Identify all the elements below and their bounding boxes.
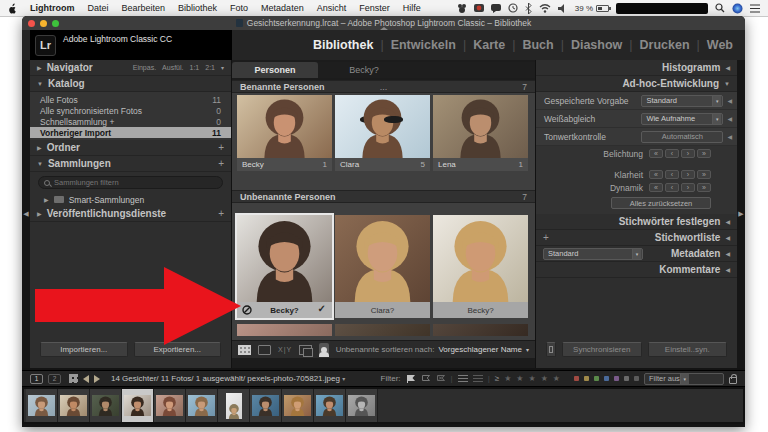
menu-metadaten[interactable]: Metadaten bbox=[261, 3, 304, 13]
camera-status-icon[interactable] bbox=[474, 3, 484, 13]
filmstrip-thumb-5[interactable] bbox=[154, 389, 186, 422]
reset-all-button[interactable]: Alles zurücksetzen bbox=[611, 197, 711, 209]
filmstrip-thumb-11[interactable] bbox=[346, 389, 378, 422]
second-window-button[interactable]: 2 bbox=[48, 374, 61, 384]
module-karte[interactable]: Karte bbox=[473, 38, 505, 52]
person-photo[interactable] bbox=[335, 95, 430, 158]
suggested-name[interactable]: Becky? bbox=[467, 306, 493, 315]
add-publish-service-button[interactable]: + bbox=[218, 208, 224, 219]
decrease-large-button[interactable] bbox=[649, 183, 663, 192]
menu-bibliothek[interactable]: Bibliothek bbox=[178, 3, 217, 13]
person-photo-partial[interactable] bbox=[335, 324, 430, 336]
module-bibliothek[interactable]: Bibliothek bbox=[313, 38, 373, 52]
named-people-header[interactable]: Benannte Personen ... 7 bbox=[232, 80, 535, 93]
menu-fenster[interactable]: Fenster bbox=[359, 3, 390, 13]
zoom-fit[interactable]: Einpas. bbox=[133, 64, 156, 71]
menu-hilfe[interactable]: Hilfe bbox=[403, 3, 421, 13]
chevron-down-icon[interactable]: ▾ bbox=[221, 64, 224, 71]
named-person-clara[interactable]: Clara 5 bbox=[335, 95, 430, 171]
increase-small-button[interactable] bbox=[681, 183, 695, 192]
filmstrip-track[interactable] bbox=[24, 389, 743, 422]
suggested-name[interactable]: Clara? bbox=[371, 306, 395, 315]
zoom-fill[interactable]: Ausfül. bbox=[162, 64, 183, 71]
menu-datei[interactable]: Datei bbox=[88, 3, 109, 13]
sammlungen-panel-header[interactable]: ▼ Sammlungen + bbox=[30, 156, 231, 172]
person-photo-partial[interactable] bbox=[237, 324, 332, 336]
survey-view-icon[interactable] bbox=[299, 344, 312, 356]
app-status-icon[interactable] bbox=[457, 3, 467, 13]
saved-preset-dropdown[interactable]: Standard ▾ bbox=[641, 95, 723, 107]
unnamed-person-becky2-suggestion[interactable]: Becky? bbox=[433, 215, 528, 318]
person-photo[interactable] bbox=[433, 215, 528, 302]
time-machine-icon[interactable] bbox=[508, 3, 518, 13]
apple-logo-icon[interactable] bbox=[8, 3, 17, 14]
grid-view-icon[interactable] bbox=[238, 344, 251, 356]
right-panel-collapse-strip[interactable]: ▶ bbox=[737, 60, 745, 368]
keyword-list-panel-header[interactable]: + Stichwortliste ◀ bbox=[536, 230, 737, 246]
edit-filter-alt-icon[interactable] bbox=[473, 375, 483, 383]
chevron-down-icon[interactable]: ▾ bbox=[526, 346, 529, 353]
person-name[interactable]: Clara bbox=[340, 160, 359, 169]
export-button[interactable]: Exportieren... bbox=[134, 342, 222, 357]
unnamed-person-becky-suggestion[interactable]: Becky? ✓ bbox=[237, 215, 332, 318]
battery-indicator[interactable]: 39 % bbox=[575, 4, 609, 13]
filmstrip-thumb-8[interactable] bbox=[250, 389, 282, 422]
wifi-icon[interactable] bbox=[539, 4, 551, 13]
filmstrip-thumb-1[interactable] bbox=[26, 389, 58, 422]
chevron-left-icon[interactable]: ◀ bbox=[727, 133, 732, 140]
bluetooth-icon[interactable] bbox=[525, 3, 532, 14]
sync-settings-button[interactable]: Einstell..syn. bbox=[648, 342, 728, 357]
selection-info-text[interactable]: 14 Gesichter/ 11 Fotos/ 1 ausgewählt/ pe… bbox=[111, 374, 345, 383]
increase-large-button[interactable] bbox=[697, 149, 711, 158]
more-options[interactable]: ... bbox=[232, 82, 535, 92]
filmstrip-thumb-4-selected[interactable] bbox=[122, 389, 154, 422]
person-photo-partial[interactable] bbox=[433, 324, 528, 336]
katalog-panel-header[interactable]: ▼ Katalog bbox=[30, 76, 231, 92]
go-forward-icon[interactable] bbox=[94, 375, 100, 383]
star-icon[interactable]: ★ bbox=[541, 375, 548, 383]
star-icon[interactable]: ★ bbox=[528, 375, 535, 383]
person-name[interactable]: Becky bbox=[242, 160, 264, 169]
yellow-label-chip[interactable] bbox=[584, 376, 589, 381]
flag-pick-icon[interactable] bbox=[406, 374, 416, 383]
red-label-chip[interactable] bbox=[574, 376, 579, 381]
unnamed-person-clara-suggestion[interactable]: Clara? bbox=[335, 215, 430, 318]
module-diashow[interactable]: Diashow bbox=[571, 38, 622, 52]
person-photo[interactable] bbox=[433, 95, 528, 158]
increase-large-button[interactable] bbox=[697, 183, 711, 192]
filter-preset-dropdown[interactable]: Filter aus ▾ bbox=[644, 373, 724, 385]
navigator-panel-header[interactable]: ▶ Navigator Einpas. Ausfül. 1:1 2:1 ▾ bbox=[30, 60, 231, 76]
metadata-panel-header[interactable]: Standard ▾ Metadaten ◀ bbox=[536, 246, 737, 262]
menu-ansicht[interactable]: Ansicht bbox=[317, 3, 347, 13]
left-panel-collapse-strip[interactable]: ◀ bbox=[22, 60, 30, 368]
person-photo[interactable] bbox=[335, 215, 430, 302]
module-web[interactable]: Web bbox=[707, 38, 733, 52]
custom-label-chip[interactable] bbox=[624, 376, 629, 381]
menu-bearbeiten[interactable]: Bearbeiten bbox=[122, 3, 166, 13]
module-entwickeln[interactable]: Entwickeln bbox=[391, 38, 456, 52]
filter-lock-icon[interactable] bbox=[729, 377, 737, 384]
blue-label-chip[interactable] bbox=[604, 376, 609, 381]
compare-view-icon[interactable]: X|Y bbox=[278, 344, 292, 356]
people-view-icon[interactable] bbox=[319, 343, 328, 356]
tab-becky[interactable]: Becky? bbox=[318, 62, 410, 78]
katalog-item-vorheriger-import[interactable]: Vorheriger Import 11 bbox=[30, 127, 231, 138]
filmstrip-thumb-6[interactable] bbox=[186, 389, 218, 422]
decrease-large-button[interactable] bbox=[649, 149, 663, 158]
purple-label-chip[interactable] bbox=[614, 376, 619, 381]
notification-center-icon[interactable] bbox=[750, 4, 760, 13]
green-label-chip[interactable] bbox=[594, 376, 599, 381]
none-label-chip[interactable] bbox=[634, 376, 639, 381]
rating-threshold[interactable]: ≥ bbox=[495, 374, 499, 383]
filmstrip-thumb-10[interactable] bbox=[314, 389, 346, 422]
increase-small-button[interactable] bbox=[681, 170, 695, 179]
window-title-bar[interactable]: Gesichtserkennung.lrcat – Adobe Photosho… bbox=[22, 16, 745, 30]
filmstrip-thumb-3[interactable] bbox=[90, 389, 122, 422]
chevron-left-icon[interactable]: ◀ bbox=[727, 97, 732, 104]
comments-panel-header[interactable]: Kommentare ◀ bbox=[536, 262, 737, 278]
tab-personen[interactable]: Personen bbox=[232, 62, 318, 78]
filmstrip-thumb-7[interactable] bbox=[218, 389, 250, 422]
decrease-small-button[interactable] bbox=[665, 149, 679, 158]
menu-app-name[interactable]: Lightroom bbox=[30, 3, 75, 13]
add-folder-button[interactable]: + bbox=[218, 142, 224, 153]
